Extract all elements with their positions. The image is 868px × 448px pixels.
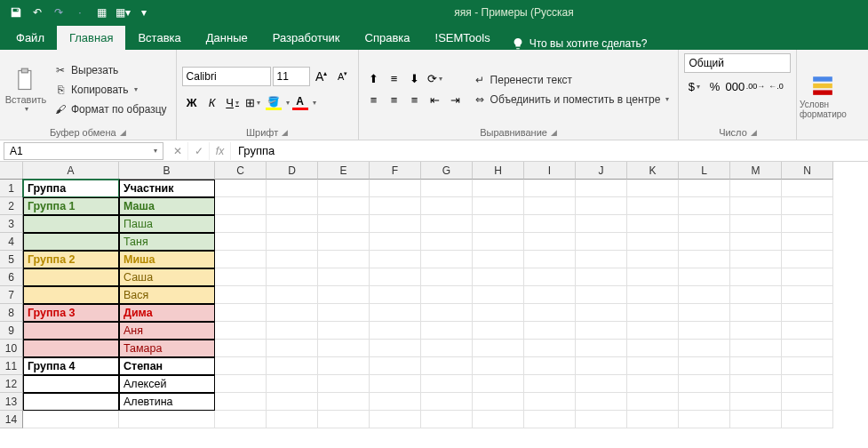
cell-A1[interactable]: Группа — [23, 180, 119, 197]
italic-button[interactable]: К — [203, 93, 222, 113]
cell-M6[interactable] — [730, 268, 782, 286]
cell-F7[interactable] — [370, 286, 421, 304]
cell-N8[interactable] — [782, 304, 833, 322]
cell-I3[interactable] — [524, 215, 576, 233]
cell-J14[interactable] — [576, 411, 627, 428]
decrease-indent-button[interactable]: ⇤ — [426, 91, 445, 110]
column-header[interactable]: K — [627, 162, 679, 180]
cell-K8[interactable] — [627, 304, 679, 322]
cell-B4[interactable]: Таня — [119, 233, 215, 251]
cell-G13[interactable] — [421, 393, 473, 411]
cell-A4[interactable] — [23, 233, 119, 251]
cell-F6[interactable] — [370, 268, 421, 286]
cell-A3[interactable] — [23, 215, 119, 233]
cell-K4[interactable] — [627, 233, 679, 251]
cell-N13[interactable] — [782, 393, 833, 411]
cell-G8[interactable] — [421, 304, 473, 322]
cell-B9[interactable]: Аня — [119, 322, 215, 340]
cell-H5[interactable] — [473, 251, 524, 268]
cell-G12[interactable] — [421, 375, 473, 393]
cell-N5[interactable] — [782, 251, 833, 268]
select-all-corner[interactable] — [0, 162, 23, 180]
cell-E5[interactable] — [318, 251, 370, 268]
cell-D10[interactable] — [267, 340, 318, 357]
cell-M14[interactable] — [730, 411, 782, 428]
cell-H13[interactable] — [473, 393, 524, 411]
column-header[interactable]: G — [421, 162, 473, 180]
confirm-formula-button[interactable]: ✓ — [188, 142, 210, 160]
cell-K2[interactable] — [627, 197, 679, 215]
column-header[interactable]: D — [267, 162, 318, 180]
cell-H2[interactable] — [473, 197, 524, 215]
row-header[interactable]: 4 — [0, 233, 23, 251]
cell-J12[interactable] — [576, 375, 627, 393]
cell-D12[interactable] — [267, 375, 318, 393]
increase-font-button[interactable]: A▴ — [312, 67, 331, 86]
cell-B13[interactable]: Алевтина — [119, 393, 215, 411]
cell-E10[interactable] — [318, 340, 370, 357]
cell-N14[interactable] — [782, 411, 833, 428]
cell-C12[interactable] — [215, 375, 267, 393]
dialog-launcher-icon[interactable]: ◢ — [282, 128, 288, 137]
conditional-formatting-button[interactable]: Условн форматиро — [802, 64, 843, 126]
cell-M11[interactable] — [730, 357, 782, 375]
cell-H8[interactable] — [473, 304, 524, 322]
cell-N3[interactable] — [782, 215, 833, 233]
decrease-decimal-button[interactable]: ←.0 — [766, 76, 785, 96]
cell-E8[interactable] — [318, 304, 370, 322]
cell-E4[interactable] — [318, 233, 370, 251]
cell-A11[interactable]: Группа 4 — [23, 357, 119, 375]
formula-input[interactable]: Группа — [231, 144, 868, 157]
cell-J3[interactable] — [576, 215, 627, 233]
cell-I13[interactable] — [524, 393, 576, 411]
cell-N4[interactable] — [782, 233, 833, 251]
cell-G4[interactable] — [421, 233, 473, 251]
cell-G10[interactable] — [421, 340, 473, 357]
cell-A9[interactable] — [23, 322, 119, 340]
cell-I14[interactable] — [524, 411, 576, 428]
cell-H12[interactable] — [473, 375, 524, 393]
cell-C4[interactable] — [215, 233, 267, 251]
cell-J5[interactable] — [576, 251, 627, 268]
cell-E13[interactable] — [318, 393, 370, 411]
column-header[interactable]: B — [119, 162, 215, 180]
cell-N7[interactable] — [782, 286, 833, 304]
cell-F12[interactable] — [370, 375, 421, 393]
cell-A7[interactable] — [23, 286, 119, 304]
cell-E7[interactable] — [318, 286, 370, 304]
cell-H10[interactable] — [473, 340, 524, 357]
row-header[interactable]: 11 — [0, 357, 23, 375]
row-header[interactable]: 10 — [0, 340, 23, 357]
qat-custom-icon[interactable]: ▦ — [92, 4, 110, 21]
cell-D8[interactable] — [267, 304, 318, 322]
cell-I5[interactable] — [524, 251, 576, 268]
cell-M1[interactable] — [730, 180, 782, 197]
column-header[interactable]: H — [473, 162, 524, 180]
column-header[interactable]: L — [679, 162, 730, 180]
cell-C13[interactable] — [215, 393, 267, 411]
cell-G5[interactable] — [421, 251, 473, 268]
cell-N9[interactable] — [782, 322, 833, 340]
cell-J11[interactable] — [576, 357, 627, 375]
cell-M10[interactable] — [730, 340, 782, 357]
row-header[interactable]: 9 — [0, 322, 23, 340]
cell-K14[interactable] — [627, 411, 679, 428]
tell-me-search[interactable]: Что вы хотите сделать? — [503, 37, 657, 50]
underline-button[interactable]: Ч▾ — [223, 93, 243, 113]
cell-J8[interactable] — [576, 304, 627, 322]
cell-C6[interactable] — [215, 268, 267, 286]
cell-I9[interactable] — [524, 322, 576, 340]
cell-H11[interactable] — [473, 357, 524, 375]
row-header[interactable]: 14 — [0, 411, 23, 428]
cell-M9[interactable] — [730, 322, 782, 340]
cell-F10[interactable] — [370, 340, 421, 357]
cell-M4[interactable] — [730, 233, 782, 251]
merge-center-button[interactable]: ⇔Объединить и поместить в центре▾ — [469, 91, 673, 108]
tab-file[interactable]: Файл — [4, 26, 57, 50]
cell-E6[interactable] — [318, 268, 370, 286]
cell-G9[interactable] — [421, 322, 473, 340]
row-header[interactable]: 12 — [0, 375, 23, 393]
column-header[interactable]: I — [524, 162, 576, 180]
cell-L6[interactable] — [679, 268, 730, 286]
cell-B12[interactable]: Алексей — [119, 375, 215, 393]
